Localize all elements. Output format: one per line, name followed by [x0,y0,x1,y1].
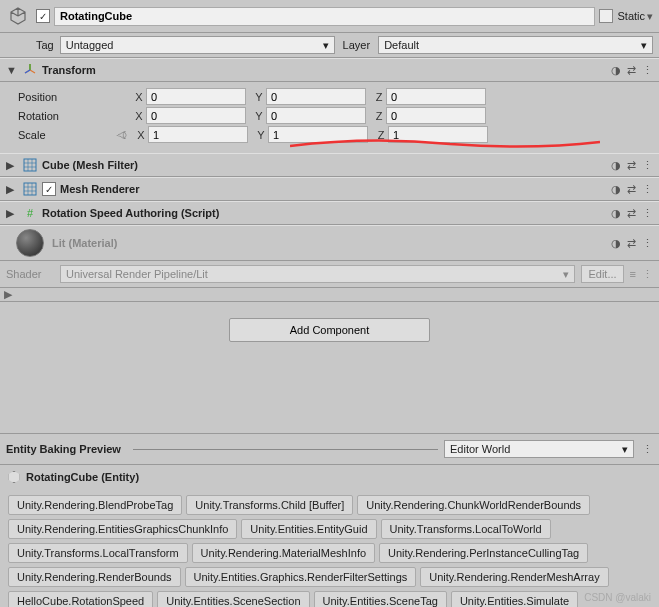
scale-label: Scale [6,129,116,141]
component-tag[interactable]: Unity.Rendering.MaterialMeshInfo [192,543,375,563]
scale-y-input[interactable] [268,126,368,143]
menu-icon[interactable]: ⋮ [642,268,653,281]
component-tag[interactable]: Unity.Transforms.LocalTransform [8,543,188,563]
material-preview-icon [16,229,44,257]
component-tag[interactable]: Unity.Rendering.RenderMeshArray [420,567,608,587]
component-tags-area: Unity.Rendering.BlendProbeTagUnity.Trans… [0,489,659,607]
expand-arrow-icon[interactable]: ▶ [6,183,16,196]
chevron-down-icon: ▾ [641,39,647,52]
rotation-y-input[interactable] [266,107,366,124]
scale-x-input[interactable] [148,126,248,143]
preset-icon[interactable]: ⇄ [627,64,636,77]
preset-icon[interactable]: ⇄ [627,207,636,220]
help-icon[interactable]: ◑ [611,207,621,220]
component-tag[interactable]: Unity.Transforms.Child [Buffer] [186,495,353,515]
scale-lock-icon[interactable]: ⏿ [116,129,132,141]
mesh-filter-title: Cube (Mesh Filter) [42,159,611,171]
svg-rect-0 [24,159,36,171]
collapse-arrow-icon[interactable]: ▶ [4,288,12,301]
position-y-input[interactable] [266,88,366,105]
chevron-down-icon: ▾ [622,443,628,456]
expand-arrow-icon[interactable]: ▶ [6,159,16,172]
help-icon[interactable]: ◑ [611,64,621,77]
svg-rect-1 [24,183,36,195]
transform-title: Transform [42,64,611,76]
entity-name: RotatingCube (Entity) [26,471,139,483]
menu-icon[interactable]: ≡ [630,268,636,280]
expand-arrow-icon[interactable]: ▼ [6,64,16,76]
mesh-renderer-title: Mesh Renderer [60,183,611,195]
object-name-input[interactable] [54,7,595,26]
static-dropdown-icon[interactable]: ▾ [647,10,653,23]
static-checkbox[interactable] [599,9,613,23]
menu-icon[interactable]: ⋮ [642,207,653,220]
active-checkbox[interactable] [36,9,50,23]
help-icon[interactable]: ◑ [611,159,621,172]
divider [133,449,438,450]
help-icon[interactable]: ◑ [611,183,621,196]
gameobject-icon [6,4,30,28]
add-component-button[interactable]: Add Component [229,318,431,342]
component-tag[interactable]: Unity.Entities.SceneSection [157,591,309,607]
entity-icon [8,471,20,483]
menu-icon[interactable]: ⋮ [642,443,653,456]
layer-label: Layer [343,39,371,51]
scale-z-input[interactable] [388,126,488,143]
tag-dropdown[interactable]: Untagged▾ [60,36,335,54]
expand-arrow-icon[interactable]: ▶ [6,207,16,220]
axis-z: Z [372,91,386,103]
preset-icon[interactable]: ⇄ [627,159,636,172]
menu-icon[interactable]: ⋮ [642,237,653,250]
transform-icon [22,62,38,78]
help-icon[interactable]: ◑ [611,237,621,250]
rotation-x-input[interactable] [146,107,246,124]
component-tag[interactable]: Unity.Rendering.RenderBounds [8,567,181,587]
component-tag[interactable]: Unity.Entities.EntityGuid [241,519,376,539]
component-tag[interactable]: Unity.Entities.SceneTag [314,591,447,607]
preset-icon[interactable]: ⇄ [627,237,636,250]
component-tag[interactable]: HelloCube.RotationSpeed [8,591,153,607]
axis-y: Y [252,91,266,103]
component-tag[interactable]: Unity.Transforms.LocalToWorld [381,519,551,539]
rotation-label: Rotation [6,110,116,122]
mesh-renderer-icon [22,181,38,197]
position-z-input[interactable] [386,88,486,105]
chevron-down-icon: ▾ [563,268,569,281]
preset-icon[interactable]: ⇄ [627,183,636,196]
watermark: CSDN @valaki [584,592,651,603]
shader-dropdown[interactable]: Universal Render Pipeline/Lit▾ [60,265,575,283]
menu-icon[interactable]: ⋮ [642,159,653,172]
tag-label: Tag [36,39,54,51]
position-label: Position [6,91,116,103]
position-x-input[interactable] [146,88,246,105]
menu-icon[interactable]: ⋮ [642,183,653,196]
component-tag[interactable]: Unity.Entities.Graphics.RenderFilterSett… [185,567,417,587]
layer-dropdown[interactable]: Default▾ [378,36,653,54]
edit-button[interactable]: Edit... [581,265,623,283]
component-tag[interactable]: Unity.Rendering.EntitiesGraphicsChunkInf… [8,519,237,539]
component-tag[interactable]: Unity.Rendering.ChunkWorldRenderBounds [357,495,590,515]
component-tag[interactable]: Unity.Rendering.BlendProbeTag [8,495,182,515]
static-label: Static [617,10,645,22]
axis-x: X [132,91,146,103]
shader-label: Shader [6,268,60,280]
entity-baking-title: Entity Baking Preview [6,443,121,455]
component-tag[interactable]: Unity.Entities.Simulate [451,591,578,607]
rotation-script-title: Rotation Speed Authoring (Script) [42,207,611,219]
world-dropdown[interactable]: Editor World▾ [444,440,634,458]
mesh-filter-icon [22,157,38,173]
rotation-z-input[interactable] [386,107,486,124]
component-tag[interactable]: Unity.Rendering.PerInstanceCullingTag [379,543,588,563]
chevron-down-icon: ▾ [323,39,329,52]
script-icon: # [22,205,38,221]
mesh-renderer-enabled-checkbox[interactable] [42,182,56,196]
material-title: Lit (Material) [52,237,611,249]
menu-icon[interactable]: ⋮ [642,64,653,77]
